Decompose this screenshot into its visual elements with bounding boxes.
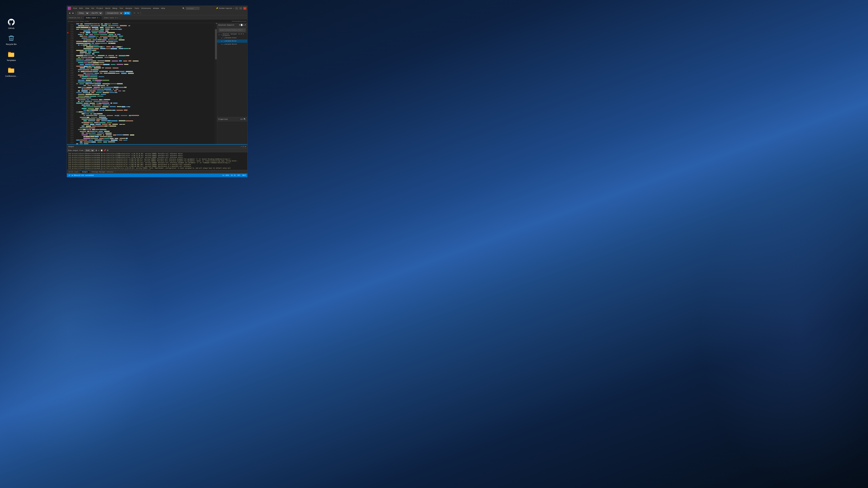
toolbar-run-group: monopad.Server ▶ http <box>105 11 131 15</box>
show-all-files-icon[interactable]: 📄 <box>241 24 243 26</box>
menu-analyze[interactable]: Analyze <box>125 7 133 9</box>
toolbar-config-group: Debug Release Any CPU <box>77 11 104 15</box>
vs-title-label: 🔍 <box>182 7 185 9</box>
vs-vertical-scrollbar[interactable] <box>215 23 217 144</box>
vs-logo-icon <box>68 7 71 10</box>
tab-index-razor1-close[interactable]: ✕ <box>99 17 100 19</box>
vs-scrollbar-thumb[interactable] <box>215 29 217 59</box>
breadcrumb-right: UiHiddenBackground <box>232 21 246 22</box>
output-close-icon[interactable]: ✕ <box>245 145 246 148</box>
output-copy-button[interactable]: 📋 <box>101 149 103 151</box>
output-pin-button[interactable]: 📌 <box>104 149 106 151</box>
breadcrumb-path: monopad.Client.Pages.Index <box>68 21 89 22</box>
properties-icon-3[interactable]: 🔍 <box>244 118 246 120</box>
vs-code-area: 1581158215831584158515861587158815891590… <box>67 23 217 144</box>
package-manager-tab[interactable]: Package Manager Console <box>90 170 116 173</box>
vs-titlebar: File Edit View Git Project Build Debug T… <box>67 6 247 11</box>
vs-menu: File Edit View Git Project Build Debug T… <box>72 7 166 9</box>
server-project-label: monopad.Server <box>225 40 237 42</box>
output-minimize-icon[interactable]: ─ <box>241 145 242 148</box>
desktop-icon-github[interactable]: GitHub <box>2 18 20 30</box>
tab-testfile[interactable]: TestFile.txt ✕ <box>67 15 84 20</box>
conference-folder-icon <box>7 66 16 74</box>
menu-edit[interactable]: Edit <box>79 7 84 9</box>
recycle-bin-label: Recycle Bin <box>6 43 17 46</box>
menu-project[interactable]: Project <box>96 7 104 9</box>
vs-tab-strip: TestFile.txt ✕ Index.razor 1 ✕ Index.raz… <box>67 15 247 20</box>
output-header: Output ─ □ ✕ <box>67 144 247 149</box>
tree-item-solution[interactable]: ▾ ⬡ Solution 'monopad' (3 of 3 projects) <box>217 33 247 36</box>
templates-label: Templates <box>6 59 16 62</box>
build-config-dropdown[interactable]: Debug Release <box>77 11 89 15</box>
menu-help[interactable]: Help <box>160 7 166 9</box>
tab-testfile-label: TestFile.txt <box>69 17 80 19</box>
tree-item-server[interactable]: ▸ ⊡ monopad.Server <box>217 39 247 43</box>
toolbar-back-button[interactable]: ◀ <box>68 11 71 15</box>
desktop-icon-templates[interactable]: Templates <box>2 50 20 62</box>
output-tab[interactable]: Output <box>80 170 90 173</box>
desktop-icon-conference[interactable]: Conference... <box>2 66 20 77</box>
statusbar-rebuild-status: ▶ Rebuild All succeeded <box>72 174 94 176</box>
output-source-dropdown[interactable]: Build Debug Git <box>85 149 94 152</box>
output-toolbar: Show output from: Build Debug Git 🗑 ↵ 📋 … <box>67 149 247 152</box>
tree-item-client[interactable]: ▸ ⊡ monopad.Client <box>217 36 247 39</box>
tab-testfile-close[interactable]: ✕ <box>81 17 82 19</box>
vs-code-editor[interactable] <box>75 23 215 144</box>
tab-index-razor2[interactable]: Index.razor 2 ✕ <box>102 15 120 20</box>
platform-dropdown[interactable]: Any CPU <box>90 11 103 15</box>
server-expand-icon: ▸ <box>221 40 223 42</box>
client-project-label: monopad.Client <box>225 37 237 39</box>
properties-icon-2[interactable]: ⌨ <box>242 118 243 120</box>
show-output-from-label: Show output from: <box>68 150 84 151</box>
toolbar-undo-group: ↩ ↪ <box>133 11 141 15</box>
tree-item-shared[interactable]: ▸ ⊡ monopad.Shared <box>217 43 247 46</box>
vs-title-text: 🔍 <box>166 7 216 10</box>
output-settings-button[interactable]: ⚙ <box>107 149 108 151</box>
tab-index-razor2-close[interactable]: ✕ <box>117 17 118 19</box>
properties-icon-1[interactable]: ⊡ <box>241 118 242 120</box>
statusbar-left: ⎇ ▶ Rebuild All succeeded <box>68 174 94 176</box>
menu-file[interactable]: File <box>72 7 78 9</box>
menu-build[interactable]: Build <box>104 7 111 9</box>
properties-icon[interactable]: ≡ <box>245 24 246 26</box>
visual-studio-window: File Edit View Git Project Build Debug T… <box>67 6 248 177</box>
client-expand-icon: ▸ <box>221 37 223 39</box>
github-icon <box>7 18 16 26</box>
startup-project-dropdown[interactable]: monopad.Server <box>105 11 123 15</box>
menu-extensions[interactable]: Extensions <box>141 7 152 9</box>
desktop-icon-recycle-bin[interactable]: Recycle Bin <box>2 34 20 46</box>
vs-output-panel: Output ─ □ ✕ Show output from: Build Deb… <box>67 144 247 173</box>
output-wrap-button[interactable]: ↵ <box>98 149 100 151</box>
statusbar-right: Ln 1631 Ch 22 SPC CRLF <box>222 174 246 176</box>
menu-test[interactable]: Test <box>119 7 124 9</box>
tab-index-razor1[interactable]: Index.razor 1 ✕ <box>84 15 102 20</box>
close-button[interactable]: ✕ <box>243 7 246 10</box>
menu-tools[interactable]: Tools <box>133 7 140 9</box>
undo-button[interactable]: ↩ <box>133 11 136 15</box>
shared-expand-icon: ▸ <box>221 43 223 45</box>
minimize-button[interactable]: ─ <box>235 7 238 10</box>
client-project-icon: ⊡ <box>224 37 225 39</box>
collapse-all-icon[interactable]: ⊞ <box>239 24 240 26</box>
error-list-tab[interactable]: Error List <box>67 170 80 173</box>
maximize-button[interactable]: □ <box>239 7 242 10</box>
start-debug-button[interactable]: ▶ http <box>124 11 130 15</box>
statusbar-indent: SPC <box>238 174 241 176</box>
output-clear-button[interactable]: 🗑 <box>95 149 97 151</box>
solution-explorer-search[interactable] <box>219 29 246 32</box>
tab-index-razor1-label: Index.razor 1 <box>86 17 98 19</box>
statusbar-col: Ch 22 <box>231 174 236 176</box>
menu-view[interactable]: View <box>85 7 90 9</box>
toolbar-forward-button[interactable]: ▶ <box>71 11 74 15</box>
vs-right-panel: Solution Explorer ⊞ 📄 ↻ ≡ ▾ ⬡ Solution '… <box>217 23 247 144</box>
menu-window[interactable]: Window <box>152 7 160 9</box>
solution-explorer-header: Solution Explorer ⊞ 📄 ↻ ≡ <box>217 23 247 27</box>
menu-git[interactable]: Git <box>90 7 95 9</box>
solution-expand-icon: ▾ <box>218 34 220 36</box>
vs-search-input[interactable] <box>186 7 199 10</box>
output-expand-icon[interactable]: □ <box>243 145 244 148</box>
output-content[interactable]: 3>D:\projects\blazor\Responsive\monopad.… <box>67 152 247 170</box>
redo-button[interactable]: ↪ <box>136 11 140 15</box>
menu-debug[interactable]: Debug <box>112 7 118 9</box>
refresh-icon[interactable]: ↻ <box>243 24 244 26</box>
